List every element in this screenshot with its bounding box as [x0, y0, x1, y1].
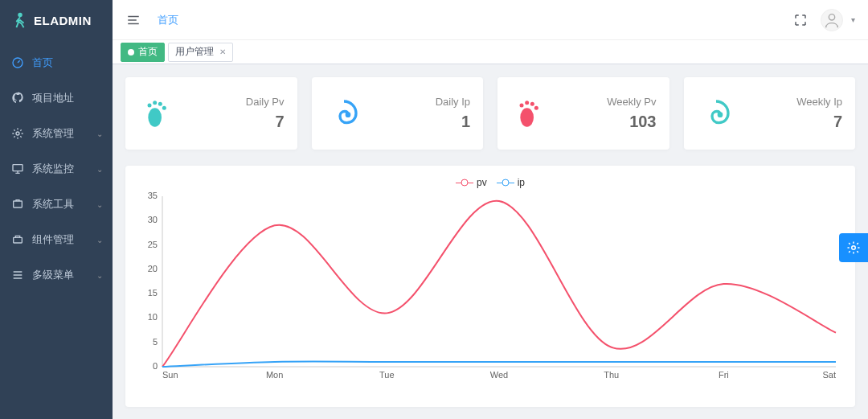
app-logo[interactable]: ELADMIN: [0, 0, 113, 40]
chevron-down-icon: ⌄: [96, 129, 103, 138]
chart-svg: 05101520253035SunMonTueWedThuFriSat: [140, 191, 841, 384]
sidebar-item-5[interactable]: 组件管理⌄: [0, 222, 113, 257]
fullscreen-button[interactable]: [793, 13, 808, 27]
stat-cards: Daily Pv7Daily Ip1Weekly Pv103Weekly Ip7: [125, 77, 855, 150]
app-name: ELADMIN: [34, 14, 92, 27]
sidebar-item-label: 系统管理: [32, 126, 74, 141]
chevron-down-icon: ⌄: [96, 271, 103, 280]
svg-point-36: [852, 246, 856, 250]
sidebar-item-1[interactable]: 项目地址: [0, 80, 113, 116]
legend-marker: [497, 179, 514, 187]
stat-card-label: Daily Ip: [436, 96, 470, 108]
svg-text:25: 25: [148, 240, 158, 249]
stat-card-value: 1: [436, 113, 470, 131]
logo-icon: [11, 11, 29, 29]
svg-text:Sun: Sun: [162, 370, 178, 380]
sidebar-item-label: 系统工具: [32, 197, 74, 212]
sidebar-item-0[interactable]: 首页: [0, 45, 113, 80]
stat-card-value: 103: [607, 113, 656, 131]
chevron-down-icon: ⌄: [96, 236, 103, 244]
svg-point-0: [18, 13, 23, 18]
tab-0[interactable]: 首页: [121, 43, 165, 62]
stat-card-body: Weekly Pv103: [607, 96, 656, 131]
chart-legend: pvip: [140, 177, 841, 188]
tool-icon: [11, 198, 24, 211]
svg-point-11: [162, 106, 166, 110]
svg-text:10: 10: [148, 312, 158, 322]
sidebar-item-label: 首页: [32, 55, 53, 70]
collapse-sidebar-button[interactable]: [125, 12, 141, 28]
svg-rect-3: [13, 165, 23, 171]
svg-text:5: 5: [153, 337, 158, 347]
sidebar: ELADMIN 首页项目地址系统管理⌄系统监控⌄系统工具⌄组件管理⌄多级菜单⌄: [0, 0, 113, 419]
breadcrumb[interactable]: 首页: [158, 13, 178, 27]
chart-area: 05101520253035SunMonTueWedThuFriSat: [140, 191, 841, 384]
sidebar-item-label: 系统监控: [32, 162, 74, 176]
svg-point-6: [829, 14, 834, 19]
chart-panel: pvip 05101520253035SunMonTueWedThuFriSat: [125, 166, 855, 407]
svg-point-15: [525, 101, 529, 105]
gear-icon: [846, 240, 861, 255]
svg-point-16: [530, 102, 534, 106]
legend-label: ip: [518, 177, 525, 188]
svg-text:20: 20: [148, 264, 158, 273]
svg-point-2: [16, 132, 19, 135]
svg-text:Sat: Sat: [822, 370, 836, 380]
stat-card-value: 7: [246, 113, 285, 131]
svg-text:35: 35: [148, 191, 158, 200]
stat-card-label: Daily Pv: [246, 96, 285, 108]
svg-rect-4: [14, 201, 23, 207]
svg-text:Wed: Wed: [490, 370, 508, 380]
dashboard-icon: [11, 56, 24, 69]
stat-card-0[interactable]: Daily Pv7: [125, 77, 297, 150]
stat-card-label: Weekly Pv: [607, 96, 656, 108]
header: 首页 ▾: [113, 0, 868, 40]
swirl-icon: [325, 94, 363, 133]
nav-list: 首页项目地址系统管理⌄系统监控⌄系统工具⌄组件管理⌄多级菜单⌄: [0, 40, 113, 293]
sidebar-item-3[interactable]: 系统监控⌄: [0, 151, 113, 187]
legend-item-ip[interactable]: ip: [497, 177, 525, 188]
svg-point-10: [158, 102, 162, 106]
svg-point-9: [153, 101, 157, 105]
tab-active-dot: [128, 49, 134, 55]
svg-text:Fri: Fri: [719, 370, 729, 380]
svg-text:Mon: Mon: [266, 370, 283, 380]
svg-text:0: 0: [153, 361, 158, 371]
chevron-down-icon: ⌄: [96, 200, 103, 209]
stat-card-1[interactable]: Daily Ip1: [312, 77, 484, 150]
svg-point-7: [148, 108, 162, 126]
tab-label: 首页: [138, 45, 158, 59]
tabs-bar: 首页用户管理✕: [113, 40, 868, 64]
user-dropdown-caret[interactable]: ▾: [851, 15, 855, 24]
sidebar-item-2[interactable]: 系统管理⌄: [0, 116, 113, 151]
svg-rect-5: [14, 237, 23, 243]
user-avatar[interactable]: [821, 9, 843, 31]
stat-card-2[interactable]: Weekly Pv103: [497, 77, 669, 150]
legend-marker: [456, 179, 473, 187]
chevron-down-icon: ⌄: [96, 165, 103, 174]
close-icon[interactable]: ✕: [219, 47, 226, 56]
legend-item-pv[interactable]: pv: [456, 177, 487, 188]
avatar-icon: [823, 11, 841, 29]
stat-card-body: Daily Pv7: [246, 96, 285, 131]
svg-point-14: [520, 104, 524, 108]
legend-label: pv: [477, 177, 487, 188]
tab-1[interactable]: 用户管理✕: [168, 43, 233, 62]
svg-text:Thu: Thu: [604, 370, 619, 380]
sidebar-item-label: 多级菜单: [32, 268, 74, 282]
stat-card-label: Weekly Ip: [796, 96, 842, 108]
svg-point-13: [520, 108, 534, 126]
theme-settings-button[interactable]: [839, 233, 868, 262]
swirl-icon: [697, 94, 735, 133]
tab-label: 用户管理: [175, 45, 214, 59]
stat-card-value: 7: [796, 113, 842, 131]
stat-card-3[interactable]: Weekly Ip7: [684, 77, 856, 150]
component-icon: [11, 233, 24, 246]
sidebar-item-6[interactable]: 多级菜单⌄: [0, 257, 113, 293]
sidebar-item-4[interactable]: 系统工具⌄: [0, 187, 113, 222]
svg-text:15: 15: [148, 288, 158, 298]
main-content: Daily Pv7Daily Ip1Weekly Pv103Weekly Ip7…: [113, 64, 868, 419]
svg-text:30: 30: [148, 215, 158, 224]
stat-card-body: Daily Ip1: [436, 96, 470, 131]
svg-point-18: [719, 113, 721, 116]
